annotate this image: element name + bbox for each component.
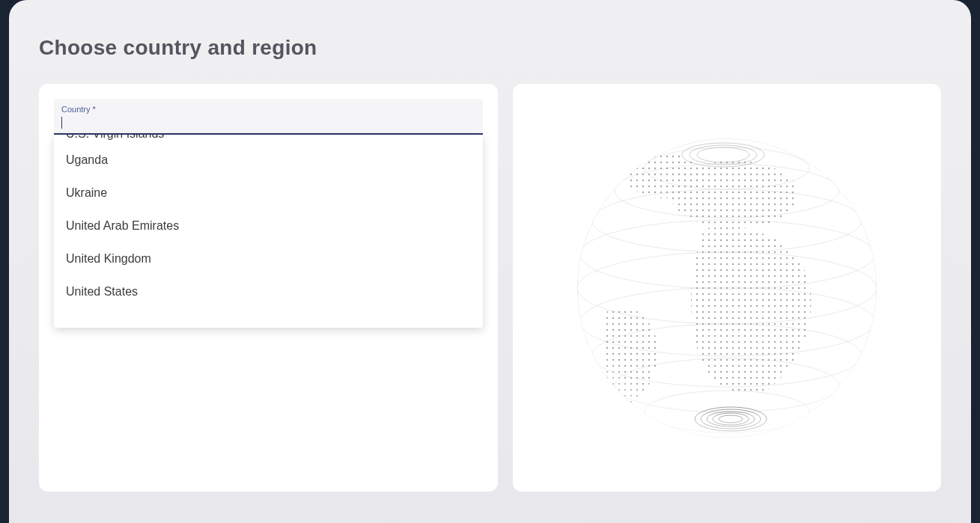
- svg-point-22: [577, 138, 877, 438]
- dropdown-item[interactable]: United Kingdom: [54, 242, 483, 275]
- globe-panel: [513, 84, 942, 492]
- dropdown-item[interactable]: Ukraine: [54, 177, 483, 209]
- country-selector-panel: Country * U.S. Virgin Islands Uganda Ukr…: [39, 84, 498, 492]
- dropdown-item[interactable]: U.S. Virgin Islands: [54, 135, 483, 144]
- globe-icon: [562, 123, 892, 453]
- country-dropdown[interactable]: U.S. Virgin Islands Uganda Ukraine Unite…: [54, 135, 483, 328]
- page-container: Choose country and region Country * U.S.…: [9, 0, 971, 523]
- dropdown-item[interactable]: Uganda: [54, 144, 483, 177]
- dropdown-item[interactable]: United States: [54, 275, 483, 308]
- dropdown-item[interactable]: United Arab Emirates: [54, 209, 483, 242]
- country-label: Country *: [61, 105, 475, 114]
- content-grid: Country * U.S. Virgin Islands Uganda Ukr…: [39, 84, 941, 492]
- page-title: Choose country and region: [39, 36, 941, 60]
- country-input-wrapper[interactable]: Country *: [54, 99, 483, 135]
